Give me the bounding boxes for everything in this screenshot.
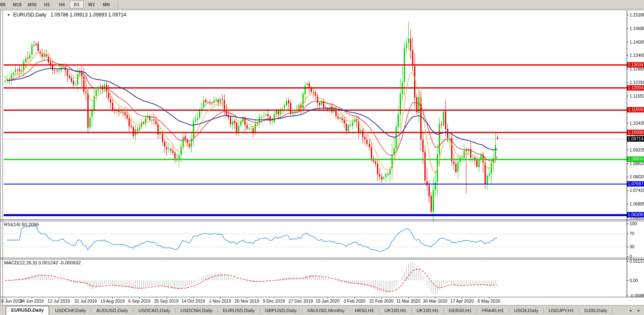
date-axis-label: 20 Nov 2019 [235,299,260,303]
tab-gbpusd-daily[interactable]: GBPUSD,Daily [261,306,301,315]
timeframe-h1[interactable]: H1 [40,1,54,8]
tab-scroll-right-icon[interactable]: ► [637,308,641,313]
timeframe-w1[interactable]: W1 [84,1,98,8]
rsi-scale-tick: 30 [630,244,635,249]
chart-tabs: EURUSD,DailyUSDCHF,Daily|AUDUSD,Daily|US… [6,306,614,315]
timeframe-h4[interactable]: H4 [55,1,69,8]
price-axis-tick: 1.08020 [630,174,644,179]
tab-eurusd-daily[interactable]: EURUSD,Daily [219,306,259,315]
price-axis-tick: 1.13465 [630,53,644,58]
tab-ger30-h1[interactable]: GER30,H1 [445,306,476,315]
date-axis-label: 30 Mar 2020 [423,299,447,303]
date-axis-label: 31 Jul 2019 [75,299,97,303]
macd-scale-tick: 0.011277 [630,259,644,264]
tab-usdchf-daily[interactable]: USDCHF,Daily [51,306,90,315]
date-axis-label: 24 Jun 2019 [20,299,44,303]
tab-eurusd-daily[interactable]: EURUSD,Daily [6,306,49,315]
chart-title: ▼EURUSD,Daily1.09786 1.09913 1.09693 1.0… [7,12,126,18]
rsi-scale-tick: 70 [630,231,635,236]
chart-title-symbol: EURUSD,Daily [13,12,47,18]
timeframe-buttons: M5M15M30H1H4D1W1MN [0,1,114,8]
timeframe-mn[interactable]: MN [99,1,113,8]
timeframe-m15[interactable]: M15 [10,1,24,8]
price-level-label: 1.11009 [627,107,644,112]
date-axis-label: 17 Apr 2020 [450,299,474,303]
timeframe-toolbar: M5M15M30H1H4D1W1MN [0,0,644,9]
date-axis-label: 25 Sep 2019 [154,299,179,303]
date-axis-label: 3 Feb 2020 [344,299,365,303]
tab-uk100-h1[interactable]: UK100,H1 [380,306,410,315]
tab-usdcad-daily[interactable]: USDCAD,Daily [134,306,174,315]
tab-scroll-left-icon[interactable]: ◄ [628,308,632,313]
tab-usdjpy-h1[interactable]: USDJPY,H1 [544,306,578,315]
date-axis-label: 14 Oct 2019 [181,299,205,303]
date-axis-label: 6 Sep 2019 [128,299,150,303]
rsi-indicator-label: RSI(14) 60.2096 [4,222,39,227]
timeframe-m5[interactable]: M5 [0,1,9,8]
date-axis-label: 6 May 2020 [478,299,500,303]
price-chart-canvas[interactable] [0,0,644,315]
price-axis-tick: 1.06805 [630,201,644,206]
tab-usoil-daily[interactable]: USOil,Daily [510,306,543,315]
price-axis-tick: 1.15280 [630,12,644,17]
date-axis-label: 5 Jun 2019 [1,299,23,303]
price-axis-tick: 1.11650 [630,93,644,98]
price-level-label: 1.13034 [627,62,644,68]
tab-uk100-h1[interactable]: UK100,H1 [412,306,443,315]
price-axis-tick: 1.12250 [630,80,644,85]
tab-usdcnh-daily[interactable]: USDCNH,Daily [176,306,217,315]
date-axis-label: 12 Jul 2019 [47,299,70,303]
price-level-label: 1.12004 [627,85,644,91]
macd-scale-tick: 0.00 [630,278,638,283]
price-level-label: 1.07697 [627,181,644,187]
date-axis-label: 27 Dec 2019 [288,299,313,303]
price-axis-tick: 1.14065 [630,40,644,44]
price-level-label: 1.08800 [627,156,644,162]
macd-scale-tick: -0.008845 [630,293,644,298]
price-level-label: 1.10008 [627,130,644,135]
tab-audusd-daily[interactable]: AUDUSD,Daily [92,306,132,315]
date-axis-label: 9 Dec 2019 [263,299,285,303]
tab-scroll-arrows: ◄ ► [628,308,641,313]
date-axis-label: 1 Nov 2019 [209,299,231,303]
price-axis-tick: 1.09235 [630,147,644,152]
chart-title-ohlc: 1.09786 1.09913 1.09693 1.09714 [51,12,126,18]
chart-menu-triangle-icon[interactable]: ▼ [7,13,10,17]
trading-platform-window: { "toolbar": { "timeframes": ["M5","M15"… [0,0,644,315]
price-level-label: 1.09714 [627,136,644,142]
price-axis-tick: 1.14680 [630,26,644,31]
tab-separator: | [611,308,614,313]
date-axis-label: 19 Aug 2019 [101,299,125,303]
date-axis-label: 21 Feb 2020 [369,299,393,303]
timeframe-d1[interactable]: D1 [70,1,84,8]
rsi-scale-tick: 100 [630,221,637,226]
price-axis-tick: 1.07420 [630,188,644,193]
price-level-label: 1.06306 [627,212,644,217]
price-axis-tick: 1.10435 [630,121,644,126]
chart-tab-bar: EURUSD,DailyUSDCHF,Daily|AUDUSD,Daily|US… [0,305,644,315]
tab-hk50-h1[interactable]: HK50,H1 [351,306,378,315]
tab-dj30-daily[interactable]: DJ30,Daily [580,306,611,315]
date-axis-label: 15 Jan 2020 [316,299,340,303]
toolbar-separator [117,2,118,8]
tab-xauusd-monthly[interactable]: XAUUSD,Monthly [303,306,349,315]
date-axis-label: 11 Mar 2020 [396,299,420,303]
macd-indicator-label: MACD(12,26,9) 0.001242 -0.000932 [4,260,81,265]
timeframe-m30[interactable]: M30 [25,1,39,8]
tab-fra40-h1[interactable]: FRA40,H1 [478,306,508,315]
